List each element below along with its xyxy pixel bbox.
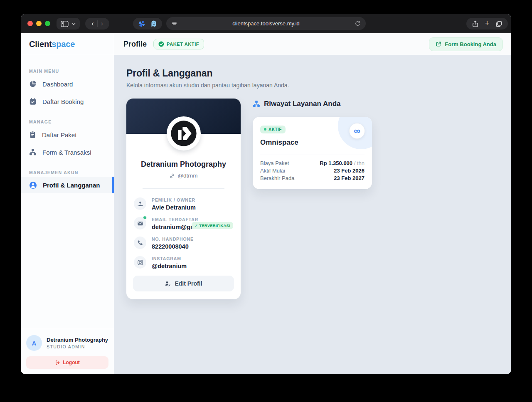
row-aktif-mulai: Aktif Mulai 23 Feb 2026 [260, 167, 365, 175]
field-owner: PEMILIK / OWNER Avie Detranium [134, 197, 233, 211]
field-label: EMAIL TERDAFTAR [152, 217, 209, 222]
studio-handle-text: @dtrnm [177, 173, 197, 179]
link-icon [169, 173, 175, 179]
sidebar-item-dashboard[interactable]: Dashboard [21, 75, 114, 93]
reload-icon[interactable] [355, 20, 361, 27]
row-label: Berakhir Pada [260, 175, 294, 182]
subscription-card: AKTIF ∞ Omnispace Biaya Paket Rp 1.350.0… [253, 117, 372, 189]
sidebar-item-label: Dashboard [42, 81, 73, 88]
url-text[interactable]: clientspace.toolsverse.my.id [177, 20, 355, 27]
field-email: EMAIL TERDAFTAR detranium@gmail.... ✓ TE… [134, 217, 233, 230]
extensions-group [133, 18, 162, 30]
field-value: Avie Detranium [152, 204, 196, 211]
tab-overview-icon[interactable] [495, 20, 502, 27]
field-instagram: INSTAGRAM @detranium [134, 256, 233, 269]
form-booking-button[interactable]: Form Booking Anda [429, 37, 503, 51]
status-label: AKTIF [268, 127, 282, 132]
nav-section-manage: MANAGE [29, 119, 114, 124]
studio-logo-avatar [167, 116, 201, 150]
card-divider [260, 155, 365, 155]
field-phone: NO. HANDPHONE 82220008040 [134, 237, 233, 250]
close-window-button[interactable] [27, 21, 33, 26]
studio-name: Detranium Photography [126, 160, 241, 169]
profile-card: Detranium Photography @dtrnm [126, 99, 241, 299]
sidebar-panel-icon [61, 21, 69, 27]
zoom-window-button[interactable] [45, 21, 50, 26]
user-circle-icon [29, 181, 37, 189]
phone-icon [134, 237, 146, 249]
status-dot [264, 128, 266, 131]
page-header: Profile PAKET AKTIF [114, 33, 511, 55]
sidebar-toggle-button[interactable] [57, 18, 80, 30]
app-logo[interactable]: Clientspace [21, 33, 114, 55]
sidebar-nav: MAIN MENU Dashboard [21, 55, 114, 329]
calendar-check-icon [29, 98, 37, 105]
sidebar-item-daftar-paket[interactable]: Daftar Paket [21, 126, 114, 143]
sitemap-blue-icon [253, 100, 260, 108]
browser-window: ‹ › [21, 14, 511, 374]
edit-profile-button[interactable]: Edit Profil [133, 276, 234, 291]
sidebar-item-profil-langganan[interactable]: Profil & Langganan [21, 177, 114, 193]
sidebar-item-label: Form & Transaksi [42, 149, 91, 156]
browser-titlebar: ‹ › [21, 14, 511, 33]
field-label: NO. HANDPHONE [152, 237, 194, 242]
paket-aktif-badge: PAKET AKTIF [153, 39, 204, 49]
row-suffix: / thn [352, 160, 365, 166]
new-tab-button[interactable]: + [485, 20, 490, 27]
nav-section-manajemen-akun: MANAJEMEN AKUN [29, 170, 114, 175]
clipboard-icon [29, 131, 36, 138]
instagram-icon [134, 256, 146, 269]
email-icon [134, 217, 146, 229]
app-sidebar: Clientspace MAIN MENU Dashboard [21, 33, 114, 374]
sidebar-item-label: Profil & Langganan [43, 182, 100, 189]
form-booking-label: Form Booking Anda [445, 41, 496, 47]
verified-label: TERVERIFIKASI [199, 223, 230, 228]
page-title: Profil & Langganan [126, 68, 500, 79]
pie-chart-icon [29, 80, 37, 88]
sidebar-item-label: Daftar Paket [42, 131, 76, 138]
package-name: Omnispace [260, 138, 365, 147]
row-value: Rp 1.350.000 / thn [320, 160, 365, 167]
logout-icon [55, 360, 60, 365]
row-value: 23 Feb 2026 [334, 167, 365, 175]
page-settings-icon[interactable] [171, 20, 177, 27]
user-role: STUDIO ADMIN [47, 344, 108, 349]
sidebar-item-form-transaksi[interactable]: Form & Transaksi [21, 143, 114, 161]
back-button[interactable]: ‹ [91, 20, 94, 27]
row-biaya-paket: Biaya Paket Rp 1.350.000 / thn [260, 160, 365, 167]
address-bar[interactable]: clientspace.toolsverse.my.id [166, 17, 366, 30]
logout-button[interactable]: Logout [26, 356, 108, 369]
pinwheel-extension-icon[interactable] [138, 20, 145, 27]
logo-text-space: space [52, 39, 75, 49]
owner-icon [134, 197, 146, 210]
page-subtitle: Kelola informasi akun studio dan pantau … [126, 82, 500, 89]
row-label: Biaya Paket [260, 160, 289, 167]
status-badge: AKTIF [260, 126, 286, 133]
infinity-icon: ∞ [349, 123, 365, 139]
field-label: INSTAGRAM [152, 256, 187, 261]
verified-badge: ✓ TERVERIFIKASI [192, 222, 233, 229]
nav-divider [97, 20, 98, 27]
studio-logo-icon [170, 120, 197, 147]
forward-button[interactable]: › [100, 20, 104, 27]
user-name: Detranium Photography [47, 337, 108, 343]
field-value: @detranium [152, 263, 187, 269]
field-label: PEMILIK / OWNER [152, 197, 196, 202]
avatar: A [26, 335, 42, 351]
history-nav-group: ‹ › [85, 18, 109, 30]
external-link-icon [436, 41, 441, 47]
minimize-window-button[interactable] [36, 21, 42, 26]
field-value: 82220008040 [152, 243, 194, 250]
share-icon[interactable] [472, 20, 479, 27]
logout-label: Logout [63, 360, 80, 365]
sidebar-user-area: A Detranium Photography STUDIO ADMIN Log… [21, 329, 114, 374]
check-circle-icon [158, 41, 164, 47]
ghostery-extension-icon[interactable] [150, 20, 158, 27]
edit-profile-label: Edit Profil [175, 280, 202, 287]
nav-section-main-menu: MAIN MENU [29, 69, 114, 74]
sidebar-item-label: Daftar Booking [42, 98, 84, 105]
sidebar-item-daftar-booking[interactable]: Daftar Booking [21, 93, 114, 110]
page-header-title: Profile [123, 40, 147, 49]
chevron-down-icon [71, 22, 76, 25]
main-panel: Profil & Langganan Kelola informasi akun… [114, 55, 511, 374]
